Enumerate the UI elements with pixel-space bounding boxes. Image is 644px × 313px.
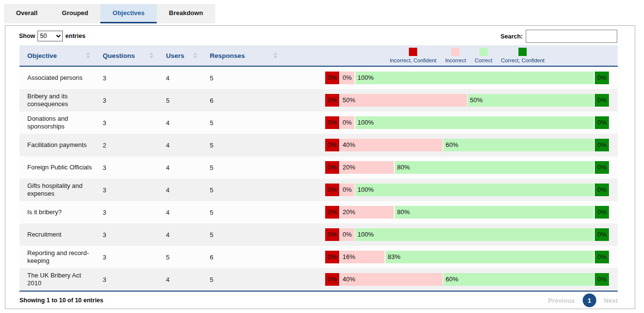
legend-swatch: [409, 48, 417, 56]
table-controls: Show 50 entries Search:: [5, 26, 635, 45]
objective-cell: Reporting and record-keeping: [19, 249, 95, 265]
tab-objectives[interactable]: Objectives: [100, 4, 157, 23]
bar-segment-correct: 100%: [355, 228, 594, 241]
bar-segment-correct: 50%: [468, 94, 594, 107]
objective-cell: Facilitation payments: [19, 141, 95, 149]
stacked-bar: 0%40%60%0%: [325, 273, 609, 286]
header-responses[interactable]: Responses: [202, 52, 282, 59]
header-questions-label: Questions: [103, 52, 135, 59]
legend: Incorrect, Confident Incorrect Correct C…: [282, 48, 618, 63]
entries-info: Showing 1 to 10 of 10 entries: [19, 297, 103, 304]
stacked-bar: 0%16%83%0%: [325, 251, 609, 263]
table-row: Reporting and record-keeping 3 5 6 0%16%…: [19, 246, 618, 268]
questions-cell: 3: [95, 209, 158, 216]
bar-segment-correct_confident: 0%: [595, 161, 609, 174]
sort-icon: [193, 53, 197, 58]
table-row: The UK Bribery Act 2010 3 4 5 0%40%60%0%: [19, 268, 618, 291]
bar-segment-incorrect_confident: 0%: [325, 94, 339, 107]
legend-swatch: [518, 48, 527, 56]
responses-cell: 6: [202, 254, 282, 261]
bar-segment-incorrect_confident: 0%: [325, 161, 339, 174]
table-row: Gifts hospitality and expenses 3 4 5 0%0…: [19, 179, 618, 201]
objective-cell: The UK Bribery Act 2010: [19, 272, 95, 288]
bar-segment-correct_confident: 0%: [595, 116, 609, 129]
bar-segment-correct: 100%: [355, 72, 594, 84]
next-button[interactable]: Next: [604, 297, 618, 304]
stacked-bar: 0%40%60%0%: [325, 139, 609, 151]
header-responses-label: Responses: [210, 52, 245, 59]
table-row: Donations and sponsorships 3 4 5 0%0%100…: [19, 111, 618, 134]
objectives-panel: Show 50 entries Search: Objective Questi…: [5, 25, 635, 309]
bar-segment-correct: 60%: [443, 139, 594, 151]
responses-cell: 5: [202, 164, 282, 171]
table-row: Is it bribery? 3 4 5 0%20%80%0%: [19, 201, 618, 223]
bar-segment-incorrect: 40%: [340, 273, 442, 286]
tab-overall[interactable]: Overall: [4, 4, 50, 23]
bar-segment-correct: 100%: [355, 116, 594, 129]
stacked-bar: 0%0%100%0%: [325, 116, 609, 129]
table-row: Foreign Public Officials 3 4 5 0%20%80%0…: [19, 156, 618, 179]
bar-segment-incorrect: 0%: [340, 184, 354, 196]
bar-cell: 0%40%60%0%: [282, 273, 618, 286]
search-group: Search:: [500, 30, 617, 43]
users-cell: 4: [158, 142, 202, 149]
header-users-label: Users: [166, 52, 184, 59]
responses-cell: 5: [202, 209, 282, 216]
page-size-select[interactable]: 50: [37, 31, 63, 41]
bar-segment-incorrect: 0%: [340, 228, 354, 241]
bar-segment-correct_confident: 0%: [595, 72, 609, 84]
users-cell: 4: [158, 209, 202, 216]
tab-breakdown[interactable]: Breakdown: [157, 4, 215, 23]
responses-cell: 5: [202, 142, 282, 149]
bar-cell: 0%0%100%0%: [282, 72, 618, 84]
questions-cell: 2: [95, 142, 158, 149]
users-cell: 4: [158, 276, 202, 283]
stacked-bar: 0%20%80%0%: [325, 206, 609, 219]
objective-cell: Recruitment: [19, 231, 95, 239]
bar-segment-incorrect: 0%: [340, 116, 354, 129]
legend-swatch: [479, 48, 488, 56]
users-cell: 5: [158, 254, 202, 261]
legend-label: Incorrect: [445, 57, 466, 63]
bar-cell: 0%0%100%0%: [282, 228, 618, 241]
legend-item: Correct, Confident: [501, 48, 544, 63]
legend-swatch: [451, 48, 460, 56]
bar-segment-correct_confident: 0%: [595, 139, 609, 151]
bar-segment-incorrect_confident: 0%: [325, 273, 339, 286]
show-label: Show: [19, 33, 35, 39]
bar-segment-correct_confident: 0%: [595, 94, 609, 107]
responses-cell: 5: [202, 231, 282, 239]
tab-grouped[interactable]: Grouped: [50, 4, 100, 23]
responses-cell: 6: [202, 97, 282, 104]
bar-segment-incorrect_confident: 0%: [325, 72, 339, 84]
search-input[interactable]: [526, 30, 617, 43]
bar-segment-incorrect_confident: 0%: [325, 228, 339, 241]
questions-cell: 3: [95, 97, 158, 104]
tab-bar: Overall Grouped Objectives Breakdown: [4, 4, 644, 23]
questions-cell: 3: [95, 119, 158, 127]
header-questions[interactable]: Questions: [95, 52, 158, 59]
bar-segment-incorrect_confident: 0%: [325, 184, 339, 196]
table-row: Associated persons 3 4 5 0%0%100%0%: [19, 67, 618, 89]
table-row: Facilitation payments 2 4 5 0%40%60%0%: [19, 134, 618, 156]
bar-segment-correct_confident: 0%: [595, 273, 609, 286]
bar-cell: 0%40%60%0%: [282, 139, 618, 151]
legend-label: Correct, Confident: [501, 57, 544, 63]
table-header: Objective Questions Users Responses Inco…: [19, 45, 618, 67]
stacked-bar: 0%0%100%0%: [325, 72, 609, 84]
bar-segment-correct: 83%: [386, 251, 594, 263]
users-cell: 4: [158, 119, 202, 127]
objective-cell: Gifts hospitality and expenses: [19, 182, 95, 198]
bar-cell: 0%16%83%0%: [282, 251, 618, 263]
users-cell: 4: [158, 164, 202, 171]
questions-cell: 3: [95, 254, 158, 261]
page-1-button[interactable]: 1: [583, 294, 596, 307]
bar-segment-incorrect_confident: 0%: [325, 139, 339, 151]
header-users[interactable]: Users: [158, 52, 202, 59]
objectives-table: Objective Questions Users Responses Inco…: [19, 45, 618, 291]
previous-button[interactable]: Previous: [548, 297, 575, 304]
header-objective[interactable]: Objective: [19, 52, 95, 59]
questions-cell: 3: [95, 186, 158, 194]
users-cell: 4: [158, 74, 202, 82]
users-cell: 4: [158, 186, 202, 194]
